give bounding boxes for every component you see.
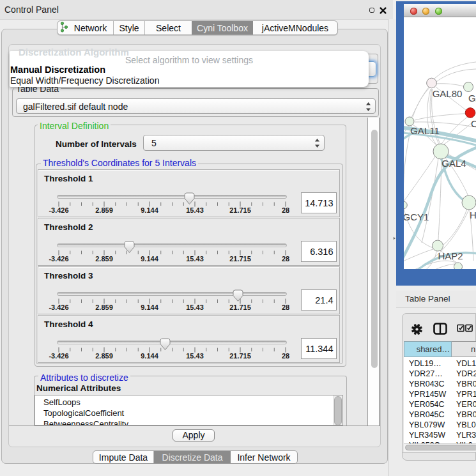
svg-text:GAL: GAL [468, 93, 476, 104]
svg-text:GCY1: GCY1 [404, 211, 429, 222]
svg-text:HAP2: HAP2 [438, 250, 463, 261]
svg-text:GAL80: GAL80 [433, 88, 463, 99]
svg-text:H: H [470, 210, 476, 220]
svg-text:C: C [471, 118, 476, 129]
svg-text:GAL11: GAL11 [410, 125, 440, 136]
svg-text:GAL4: GAL4 [441, 158, 466, 169]
